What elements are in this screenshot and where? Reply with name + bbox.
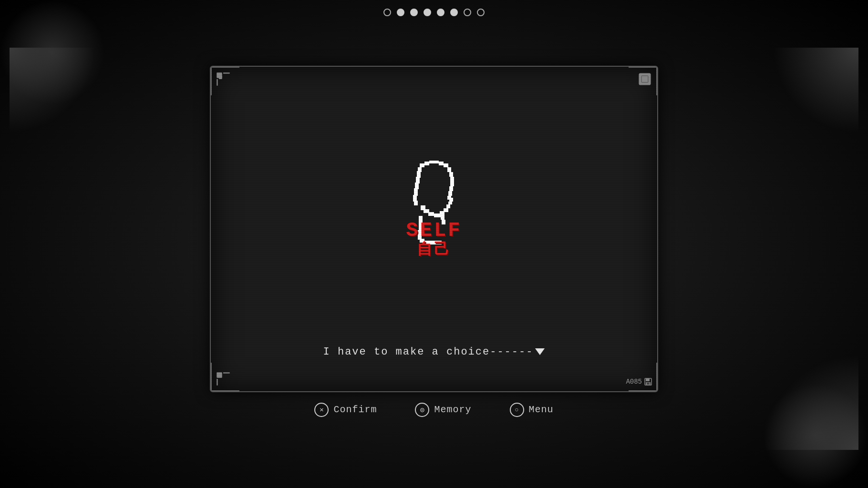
svg-rect-16 <box>447 167 451 172</box>
svg-rect-40 <box>417 171 421 178</box>
svg-rect-3 <box>219 76 222 79</box>
svg-rect-19 <box>449 186 453 191</box>
svg-rect-8 <box>223 372 230 373</box>
confirm-button[interactable]: ✕ Confirm <box>314 403 377 417</box>
svg-rect-9 <box>217 379 217 386</box>
game-panel: SELF 自己 I have to make a choice------ A0… <box>210 66 658 392</box>
svg-rect-39 <box>416 177 420 183</box>
dot-6 <box>450 9 458 16</box>
dot-1 <box>383 9 391 16</box>
dot-2 <box>397 9 404 16</box>
corner-icon-tl <box>216 71 231 87</box>
character-area: SELF 自己 <box>391 159 477 264</box>
self-jp-text: 自己 <box>406 242 462 258</box>
save-icon <box>644 377 652 386</box>
svg-rect-41 <box>418 167 422 172</box>
save-code: A085 <box>626 378 642 386</box>
svg-rect-47 <box>647 383 650 385</box>
svg-rect-14 <box>439 162 444 165</box>
dot-3 <box>410 9 418 16</box>
memory-label: Memory <box>434 404 471 415</box>
dot-8 <box>477 9 485 16</box>
controls-bar: ✕ Confirm ◎ Memory ○ Menu <box>210 397 658 423</box>
confirm-label: Confirm <box>333 404 377 415</box>
menu-icon: ○ <box>510 403 524 417</box>
svg-rect-1 <box>223 72 230 73</box>
menu-label: Menu <box>529 404 554 415</box>
svg-rect-23 <box>448 202 452 204</box>
svg-rect-20 <box>448 191 452 196</box>
progress-dots <box>383 9 485 16</box>
dot-7 <box>464 9 471 16</box>
svg-rect-18 <box>450 177 454 186</box>
svg-rect-27 <box>434 214 441 217</box>
svg-rect-33 <box>441 215 444 220</box>
svg-rect-37 <box>414 188 418 196</box>
svg-rect-17 <box>449 172 453 177</box>
svg-rect-15 <box>444 163 448 167</box>
panel-bottom-bar: A085 <box>211 372 657 391</box>
svg-rect-12 <box>424 162 429 165</box>
svg-rect-11 <box>420 163 424 167</box>
self-en-text: SELF <box>406 220 462 242</box>
svg-rect-10 <box>219 374 221 376</box>
svg-rect-24 <box>446 204 450 208</box>
svg-rect-22 <box>449 198 453 202</box>
svg-rect-13 <box>429 161 439 163</box>
panel-content: SELF 自己 <box>211 67 657 336</box>
svg-rect-38 <box>415 183 419 189</box>
corner-icon-tr <box>637 71 652 87</box>
svg-rect-6 <box>643 77 647 81</box>
dot-4 <box>424 9 431 16</box>
memory-icon: ◎ <box>415 403 429 417</box>
dialog-text-content: I have to make a choice------ <box>323 346 534 358</box>
dialog-arrow-icon <box>535 348 545 355</box>
svg-rect-36 <box>413 195 417 202</box>
self-label: SELF 自己 <box>406 220 462 258</box>
dialog-area: I have to make a choice------ <box>211 336 657 372</box>
memory-button[interactable]: ◎ Memory <box>415 403 471 417</box>
dialog-text: I have to make a choice------ <box>323 346 545 358</box>
menu-button[interactable]: ○ Menu <box>510 403 554 417</box>
corner-icon-bl <box>216 371 231 386</box>
dot-5 <box>437 9 444 16</box>
svg-rect-2 <box>217 79 217 86</box>
save-indicator: A085 <box>626 377 652 386</box>
svg-rect-45 <box>646 378 650 381</box>
svg-rect-30 <box>421 205 425 210</box>
confirm-icon: ✕ <box>314 403 329 417</box>
